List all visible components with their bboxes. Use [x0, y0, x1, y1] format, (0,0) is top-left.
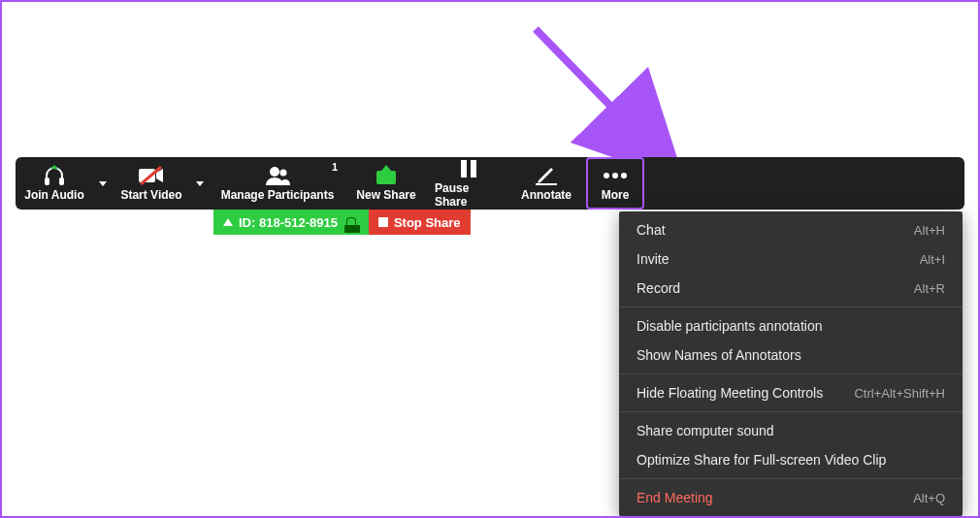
- menu-label: Invite: [637, 251, 669, 267]
- join-audio-button[interactable]: Join Audio: [16, 157, 93, 210]
- meeting-id-text: ID: 818-512-8915: [239, 215, 338, 230]
- svg-point-11: [280, 170, 287, 177]
- pencil-icon: [536, 165, 557, 186]
- video-options-caret[interactable]: [190, 157, 210, 210]
- menu-item-chat[interactable]: Chat Alt+H: [619, 215, 963, 244]
- meeting-id-segment: ID: 818-512-8915: [213, 210, 369, 235]
- menu-label: End Meeting: [637, 490, 713, 505]
- menu-label: Show Names of Annotators: [637, 347, 801, 363]
- menu-label: Chat: [637, 222, 666, 238]
- pause-share-button[interactable]: Pause Share: [427, 157, 510, 210]
- menu-shortcut: Ctrl+Alt+Shift+H: [854, 386, 945, 401]
- stop-icon: [378, 217, 388, 227]
- svg-rect-14: [385, 169, 387, 177]
- menu-separator: [619, 307, 963, 308]
- svg-marker-5: [99, 181, 107, 186]
- menu-shortcut: Alt+Q: [913, 491, 945, 505]
- participants-count-badge: 1: [332, 161, 338, 173]
- share-screen-icon: [375, 165, 398, 186]
- more-label: More: [602, 188, 630, 202]
- menu-label: Hide Floating Meeting Controls: [637, 385, 823, 401]
- more-button[interactable]: More: [586, 157, 644, 210]
- stop-share-label: Stop Share: [394, 215, 461, 230]
- menu-item-hide-controls[interactable]: Hide Floating Meeting Controls Ctrl+Alt+…: [619, 378, 963, 407]
- menu-item-record[interactable]: Record Alt+R: [619, 274, 963, 303]
- svg-point-19: [612, 173, 618, 178]
- new-share-button[interactable]: New Share: [345, 157, 427, 210]
- svg-point-20: [621, 173, 627, 178]
- join-audio-label: Join Audio: [24, 188, 84, 202]
- svg-marker-9: [196, 181, 204, 186]
- menu-separator: [619, 373, 963, 374]
- svg-rect-15: [461, 160, 467, 178]
- svg-rect-3: [59, 178, 64, 185]
- manage-participants-button[interactable]: 1 Manage Participants: [210, 157, 345, 210]
- pause-icon: [460, 158, 477, 179]
- share-toolbar: Join Audio Start Video 1 Manage Particip…: [16, 157, 964, 210]
- new-share-label: New Share: [356, 188, 415, 202]
- lock-icon: [346, 217, 356, 227]
- svg-marker-4: [50, 165, 58, 169]
- menu-separator: [619, 478, 963, 479]
- svg-point-18: [604, 173, 609, 178]
- menu-label: Record: [637, 280, 680, 296]
- start-video-label: Start Video: [120, 188, 181, 202]
- menu-label: Disable participants annotation: [637, 318, 822, 334]
- menu-shortcut: Alt+R: [914, 281, 945, 296]
- annotation-arrow: [526, 19, 739, 175]
- menu-item-share-sound[interactable]: Share computer sound: [619, 416, 963, 445]
- manage-participants-label: Manage Participants: [221, 188, 335, 202]
- svg-rect-16: [471, 160, 476, 178]
- menu-shortcut: Alt+I: [920, 252, 945, 267]
- audio-options-caret[interactable]: [93, 157, 113, 210]
- participants-icon: [264, 165, 291, 186]
- annotate-button[interactable]: Annotate: [510, 157, 582, 210]
- svg-line-1: [536, 29, 647, 144]
- pause-share-label: Pause Share: [435, 181, 503, 209]
- video-off-icon: [138, 165, 165, 186]
- menu-separator: [619, 411, 963, 412]
- stop-share-button[interactable]: Stop Share: [369, 210, 471, 235]
- start-video-button[interactable]: Start Video: [113, 157, 190, 210]
- menu-label: Optimize Share for Full-screen Video Cli…: [637, 452, 886, 468]
- menu-item-end-meeting[interactable]: End Meeting Alt+Q: [619, 483, 963, 512]
- svg-rect-2: [45, 178, 49, 185]
- menu-item-invite[interactable]: Invite Alt+I: [619, 244, 963, 274]
- headphones-icon: [43, 165, 66, 186]
- svg-point-10: [270, 167, 279, 177]
- more-ellipsis-icon: [603, 165, 628, 186]
- more-dropdown-menu: Chat Alt+H Invite Alt+I Record Alt+R Dis…: [619, 211, 963, 516]
- meeting-id-bar: ID: 818-512-8915 Stop Share: [213, 210, 471, 235]
- menu-item-disable-annotation[interactable]: Disable participants annotation: [619, 311, 963, 340]
- menu-label: Share computer sound: [637, 423, 774, 438]
- menu-item-show-names[interactable]: Show Names of Annotators: [619, 340, 963, 370]
- annotate-label: Annotate: [521, 188, 572, 202]
- menu-item-optimize-video[interactable]: Optimize Share for Full-screen Video Cli…: [619, 445, 963, 474]
- expand-up-icon[interactable]: [223, 218, 233, 226]
- menu-shortcut: Alt+H: [914, 223, 945, 238]
